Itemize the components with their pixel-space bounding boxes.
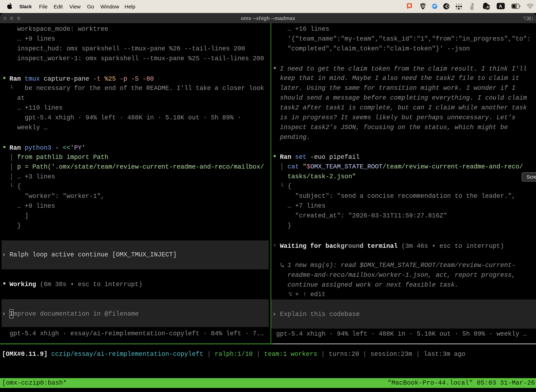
svg-text:1: 1 — [531, 16, 534, 21]
svg-text:A: A — [499, 4, 502, 9]
svg-text:..61: ..61 — [485, 5, 491, 9]
